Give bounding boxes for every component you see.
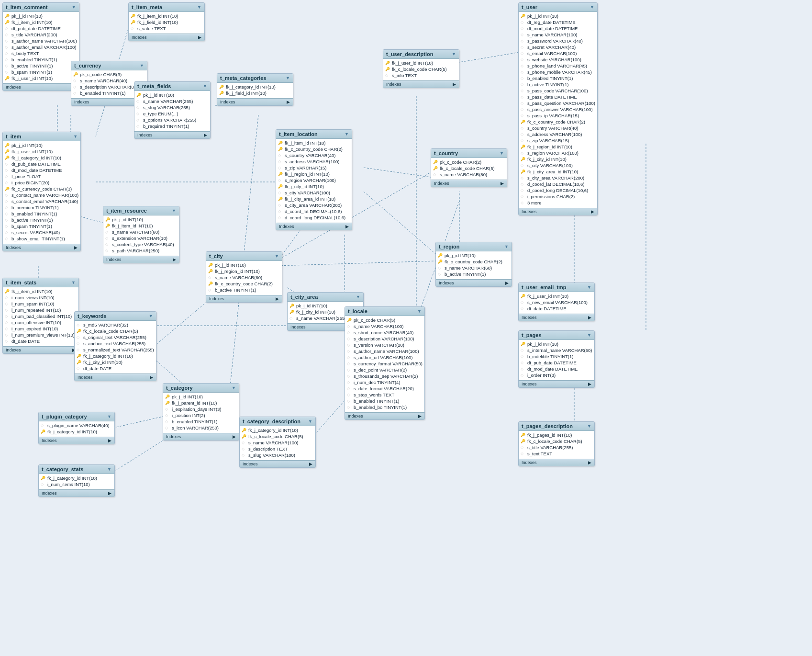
indexes-expand-icon[interactable]: ▶ [588, 460, 591, 465]
field-row: 🔑fk_j_item_id INT(10) [129, 13, 204, 19]
field-name: s_name VARCHAR(100) [527, 32, 577, 37]
field-row: 🔑pk_j_id INT(10) [3, 13, 79, 19]
table-sort-icon-t_item_location[interactable]: ▼ [345, 132, 349, 136]
table-sort-icon-t_keywords[interactable]: ▼ [149, 314, 153, 318]
table-title-t_pages_description: t_pages_description [522, 423, 573, 429]
field-name: s_pass_answer VARCHAR(100) [527, 107, 593, 112]
field-row: ◇b_show_email TINYINT(1) [3, 236, 80, 242]
indexes-expand-icon[interactable]: ▶ [150, 375, 153, 380]
field-name: fk_j_region_id INT(10) [285, 171, 330, 177]
indexes-expand-icon[interactable]: ▶ [233, 434, 236, 439]
indexes-expand-icon[interactable]: ▶ [588, 315, 591, 320]
indexes-expand-icon[interactable]: ▶ [453, 82, 456, 87]
field-name: s_name VARCHAR(80) [440, 172, 487, 177]
indexes-row-t_item_location: Indexes▶ [276, 223, 352, 230]
field-row: 🔑fk_j_category_id INT(10) [39, 475, 114, 481]
table-title-t_meta_fields: t_meta_fields [137, 83, 171, 89]
field-row: ◇s_body TEXT [3, 50, 79, 57]
indexes-expand-icon[interactable]: ▶ [591, 209, 594, 214]
table-body-t_meta_categories: 🔑fk_j_category_id INT(10)🔑fk_j_field_id … [217, 83, 293, 97]
field-row: ◇s_city_area VARCHAR(200) [519, 175, 597, 181]
field-row: 🔑fk_c_locale_code CHAR(5) [240, 433, 315, 440]
field-icon: ◇ [347, 362, 353, 366]
table-sort-icon-t_country[interactable]: ▼ [500, 151, 504, 156]
field-icon: ◇ [278, 215, 284, 220]
table-sort-icon-t_item_stats[interactable]: ▼ [71, 280, 76, 285]
field-name: fk_c_country_code CHAR(2) [215, 281, 273, 286]
table-header-t_user_email_tmp: t_user_email_tmp▼ [519, 283, 594, 292]
field-icon: ◇ [347, 374, 353, 378]
indexes-expand-icon[interactable]: ▶ [74, 245, 78, 250]
table-sort-icon-t_locale[interactable]: ▼ [417, 309, 422, 314]
fk-icon: 🔑 [41, 430, 46, 434]
indexes-expand-icon[interactable]: ▶ [108, 491, 111, 496]
table-sort-icon-t_pages[interactable]: ▼ [587, 333, 591, 338]
indexes-expand-icon[interactable]: ▶ [287, 100, 290, 104]
field-name: d_coord_long DECIMAL(10,6) [285, 215, 345, 220]
field-icon: ◇ [347, 380, 353, 385]
field-icon: ◇ [5, 33, 11, 37]
indexes-expand-icon[interactable]: ▶ [309, 462, 312, 466]
table-sort-icon-t_user[interactable]: ▼ [590, 5, 594, 10]
table-sort-icon-t_plugin_category[interactable]: ▼ [107, 414, 111, 419]
field-name: s_zip VARCHAR(15) [285, 165, 326, 170]
indexes-expand-icon[interactable]: ▶ [198, 35, 201, 40]
field-icon: ◇ [278, 178, 284, 182]
field-row: ◇s_pass_code VARCHAR(100) [519, 88, 597, 94]
field-icon: ◇ [41, 423, 46, 428]
field-icon: ◇ [278, 166, 284, 170]
field-row: ◇s_phone_mobile VARCHAR(45) [519, 69, 597, 75]
field-icon: ◇ [521, 373, 526, 377]
field-row: ◇s_dec_point VARCHAR(2) [345, 367, 424, 373]
indexes-row-t_country: Indexes▶ [431, 180, 507, 187]
table-sort-icon-t_currency[interactable]: ▼ [140, 63, 144, 68]
indexes-expand-icon[interactable]: ▶ [505, 281, 509, 285]
field-icon: ◇ [521, 452, 526, 456]
field-row: ◇s_short_name VARCHAR(40) [345, 329, 424, 336]
field-name: i_order INT(3) [527, 373, 556, 378]
table-header-t_country: t_country▼ [431, 149, 507, 158]
field-row: ◇d_coord_lat DECIMAL(10,6) [519, 181, 597, 187]
field-row: 🔑fk_j_user_id INT(10) [519, 293, 594, 299]
field-name: fk_j_item_id INT(10) [285, 140, 326, 146]
field-icon: ◇ [521, 57, 526, 62]
table-sort-icon-t_category[interactable]: ▼ [232, 385, 236, 390]
field-row: ◇s_author_name VARCHAR(100) [3, 38, 79, 44]
field-row: ◇b_active TINYINT(1) [3, 217, 80, 223]
field-name: fk_j_item_id INT(10) [11, 289, 53, 294]
indexes-expand-icon[interactable]: ▶ [276, 296, 279, 301]
field-icon: ◇ [5, 295, 11, 300]
table-sort-icon-t_item_meta[interactable]: ▼ [197, 5, 201, 10]
field-name: b_premium TINYINT(1) [11, 205, 59, 210]
table-sort-icon-t_item_resource[interactable]: ▼ [172, 208, 176, 213]
table-sort-icon-t_user_description[interactable]: ▼ [452, 52, 456, 57]
table-sort-icon-t_category_stats[interactable]: ▼ [107, 467, 111, 472]
field-icon: ◇ [289, 316, 295, 320]
indexes-expand-icon[interactable]: ▶ [345, 224, 349, 229]
indexes-expand-icon[interactable]: ▶ [501, 181, 504, 186]
table-sort-icon-t_item[interactable]: ▼ [73, 134, 78, 139]
field-name: fk_j_city_id INT(10) [527, 157, 567, 162]
field-row: ◇i_num_dec TINYINT(4) [345, 379, 424, 385]
field-icon: ◇ [521, 33, 526, 37]
indexes-expand-icon[interactable]: ▶ [173, 257, 176, 262]
indexes-expand-icon[interactable]: ▶ [108, 438, 111, 443]
table-sort-icon-t_meta_categories[interactable]: ▼ [286, 76, 290, 80]
field-name: s_city_area VARCHAR(200) [527, 175, 584, 181]
table-sort-icon-t_pages_description[interactable]: ▼ [587, 424, 591, 429]
table-body-t_region: 🔑pk_j_id INT(10)🔑fk_c_country_code CHAR(… [436, 251, 512, 278]
table-sort-icon-t_item_comment[interactable]: ▼ [72, 5, 76, 10]
indexes-row-t_item: Indexes▶ [3, 244, 80, 251]
field-row: ◇d_coord_lat DECIMAL(10,6) [276, 208, 352, 215]
table-sort-icon-t_region[interactable]: ▼ [504, 244, 509, 249]
indexes-expand-icon[interactable]: ▶ [204, 133, 207, 137]
table-sort-icon-t_user_email_tmp[interactable]: ▼ [587, 285, 591, 290]
table-sort-icon-t_city[interactable]: ▼ [275, 254, 279, 259]
indexes-expand-icon[interactable]: ▶ [588, 382, 591, 386]
field-name: s_name VARCHAR(60) [215, 275, 262, 280]
indexes-expand-icon[interactable]: ▶ [418, 414, 422, 418]
table-sort-icon-t_meta_fields[interactable]: ▼ [203, 84, 207, 89]
table-sort-icon-t_category_description[interactable]: ▼ [308, 419, 312, 424]
indexes-row-t_region: Indexes▶ [436, 279, 512, 286]
table-sort-icon-t_city_area[interactable]: ▼ [356, 294, 360, 299]
